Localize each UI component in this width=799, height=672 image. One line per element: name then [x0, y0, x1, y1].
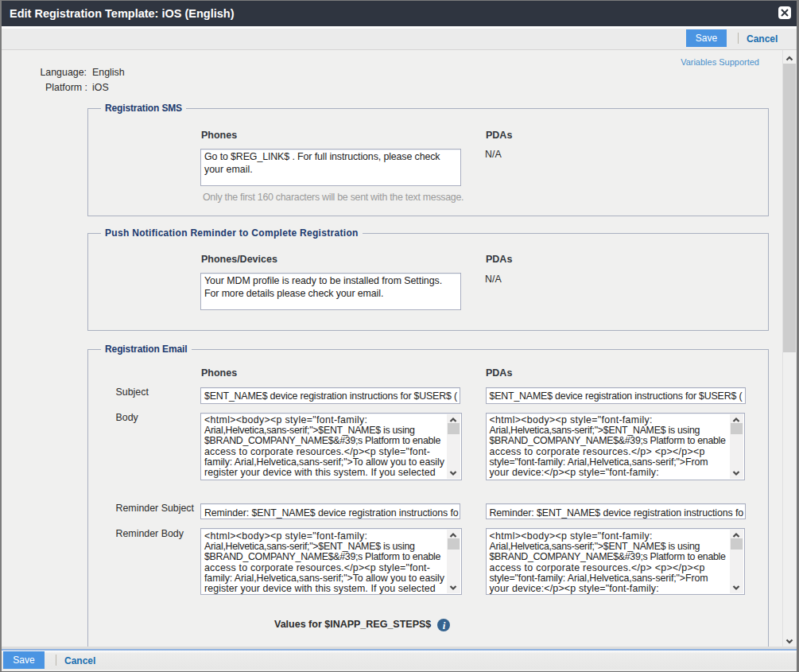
svg-text:i: i: [443, 620, 446, 631]
